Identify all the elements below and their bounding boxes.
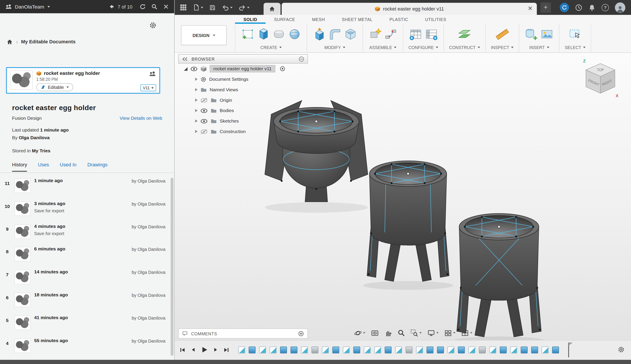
file-menu-button[interactable] bbox=[193, 4, 203, 11]
panel-settings-button[interactable] bbox=[149, 22, 156, 29]
timeline-feature-icon[interactable] bbox=[479, 346, 486, 353]
timeline-feature-icon[interactable] bbox=[270, 346, 276, 353]
timeline-feature-icon[interactable] bbox=[468, 346, 475, 353]
shell-icon[interactable] bbox=[344, 27, 357, 41]
team-name[interactable]: DanOlaTeam bbox=[15, 4, 44, 10]
close-panel-button[interactable] bbox=[163, 4, 169, 10]
timeline-feature-icon[interactable] bbox=[531, 346, 538, 353]
view-details-link[interactable]: View Details on Web bbox=[120, 116, 162, 120]
timeline-feature-icon[interactable] bbox=[510, 346, 517, 353]
ribbon-tab-mesh[interactable]: MESH bbox=[304, 15, 334, 24]
select-icon[interactable] bbox=[568, 27, 582, 41]
construct-menu[interactable]: CONSTRUCT bbox=[449, 45, 480, 50]
tab-history[interactable]: History bbox=[12, 162, 27, 172]
search-button[interactable] bbox=[151, 4, 158, 10]
timeline-feature-icon[interactable] bbox=[311, 346, 318, 353]
ribbon-tab-utilities[interactable]: UTILITIES bbox=[417, 15, 455, 24]
grid-settings[interactable] bbox=[444, 329, 456, 337]
timeline-feature-icon[interactable] bbox=[416, 346, 423, 353]
eye-icon[interactable] bbox=[200, 108, 208, 113]
display-settings[interactable] bbox=[427, 329, 439, 337]
home-tab[interactable] bbox=[263, 3, 280, 15]
history-row[interactable]: 8 6 minutes ago by Olga Danilova bbox=[0, 244, 171, 266]
expand-icon[interactable] bbox=[195, 109, 198, 112]
ribbon-tab-solid[interactable]: SOLID bbox=[235, 15, 266, 24]
create-form-icon[interactable] bbox=[272, 27, 286, 41]
timeline-feature-icon[interactable] bbox=[458, 346, 465, 353]
panel-scrollbar[interactable] bbox=[171, 178, 174, 356]
timeline-feature-icon[interactable] bbox=[406, 346, 412, 353]
primitive-box-icon[interactable] bbox=[256, 27, 270, 41]
save-button[interactable] bbox=[209, 4, 216, 10]
look-at-tool[interactable] bbox=[371, 329, 379, 337]
notifications-button[interactable] bbox=[588, 4, 595, 11]
expand-icon[interactable] bbox=[195, 130, 198, 133]
viewport-layout[interactable] bbox=[461, 329, 472, 337]
new-tab-button[interactable]: + bbox=[540, 2, 551, 13]
construction-plane-icon[interactable] bbox=[458, 27, 471, 41]
browser-minimize-button[interactable] bbox=[299, 56, 304, 62]
press-pull-icon[interactable] bbox=[312, 27, 326, 41]
timeline-feature-icon[interactable] bbox=[552, 346, 559, 353]
app-grid-button[interactable] bbox=[180, 4, 187, 11]
status-dropdown[interactable]: Editable bbox=[36, 83, 73, 91]
history-row[interactable]: 7 14 minutes ago by Olga Danilova bbox=[0, 266, 171, 289]
insert-menu[interactable]: INSERT bbox=[529, 45, 549, 50]
play-icon[interactable] bbox=[201, 346, 208, 353]
timeline-feature-icon[interactable] bbox=[343, 346, 350, 353]
timeline-feature-icon[interactable] bbox=[301, 346, 308, 353]
document-card[interactable]: rocket easter egg holder 1:58:20 PM Edit… bbox=[6, 67, 160, 94]
step-back-icon[interactable] bbox=[190, 347, 196, 352]
insert-image-icon[interactable] bbox=[540, 27, 554, 41]
pager-back-icon[interactable] bbox=[108, 4, 115, 10]
timeline-feature-icon[interactable] bbox=[374, 346, 381, 353]
create-sketch-icon[interactable] bbox=[241, 27, 254, 41]
refresh-button[interactable] bbox=[140, 4, 146, 10]
expand-icon[interactable] bbox=[195, 120, 198, 123]
add-comment-button[interactable] bbox=[298, 331, 304, 336]
redo-button[interactable] bbox=[239, 4, 249, 10]
home-icon[interactable] bbox=[6, 38, 13, 45]
breadcrumb-folder[interactable]: My Editable Documents bbox=[21, 39, 76, 45]
timeline-feature-icon[interactable] bbox=[353, 346, 360, 353]
timeline-feature-icon[interactable] bbox=[332, 346, 339, 353]
revolve-sphere-icon[interactable] bbox=[288, 27, 301, 41]
timeline-feature-icon[interactable] bbox=[427, 346, 433, 353]
select-menu[interactable]: SELECT bbox=[565, 45, 586, 50]
history-row[interactable]: 4 55 minutes ago by Olga Danilova bbox=[0, 335, 171, 358]
ribbon-tab-sheet-metal[interactable]: SHEET METAL bbox=[334, 15, 381, 24]
recent-activity-button[interactable] bbox=[575, 4, 582, 11]
new-component-icon[interactable] bbox=[368, 27, 382, 41]
eye-icon[interactable] bbox=[200, 118, 208, 124]
help-button[interactable]: ? bbox=[602, 4, 609, 11]
eye-icon[interactable] bbox=[190, 66, 198, 71]
fillet-icon[interactable] bbox=[328, 27, 342, 41]
skip-to-end-icon[interactable] bbox=[223, 347, 229, 353]
comments-bar[interactable]: COMMENTS bbox=[178, 328, 308, 338]
configuration-insert-icon[interactable] bbox=[424, 27, 438, 41]
timeline-feature-icon[interactable] bbox=[290, 346, 297, 353]
user-avatar[interactable] bbox=[615, 2, 625, 13]
ribbon-tab-plastic[interactable]: PLASTIC bbox=[381, 15, 417, 24]
expand-icon[interactable] bbox=[195, 78, 198, 81]
inspect-menu[interactable]: INSPECT bbox=[491, 45, 514, 50]
ribbon-tab-surface[interactable]: SURFACE bbox=[265, 15, 303, 24]
stored-folder[interactable]: My Tries bbox=[32, 148, 51, 153]
history-row[interactable]: 11 1 minute ago by Olga Danilova bbox=[0, 175, 171, 198]
configuration-table-icon[interactable] bbox=[409, 27, 422, 41]
collapse-panel-icon[interactable] bbox=[182, 56, 188, 61]
browser-root-row[interactable]: rocket easter egg holder v11 bbox=[178, 64, 308, 74]
browser-item-origin[interactable]: Origin bbox=[178, 95, 308, 105]
browser-item-document-settings[interactable]: Document Settings bbox=[178, 74, 308, 84]
activate-component-radio[interactable] bbox=[279, 66, 285, 72]
browser-item-construction[interactable]: Construction bbox=[178, 126, 308, 137]
timeline-feature-icon[interactable] bbox=[447, 346, 454, 353]
timeline-feature-icon[interactable] bbox=[521, 346, 528, 353]
expand-collapse-icon[interactable] bbox=[184, 67, 188, 71]
design-workspace-dropdown[interactable]: DESIGN bbox=[181, 26, 227, 45]
joint-icon[interactable] bbox=[384, 27, 398, 41]
collaborators-button[interactable] bbox=[149, 71, 156, 77]
timeline-feature-icon[interactable] bbox=[259, 346, 266, 353]
browser-item-named-views[interactable]: Named Views bbox=[178, 84, 308, 95]
timeline-feature-icon[interactable] bbox=[542, 346, 548, 353]
